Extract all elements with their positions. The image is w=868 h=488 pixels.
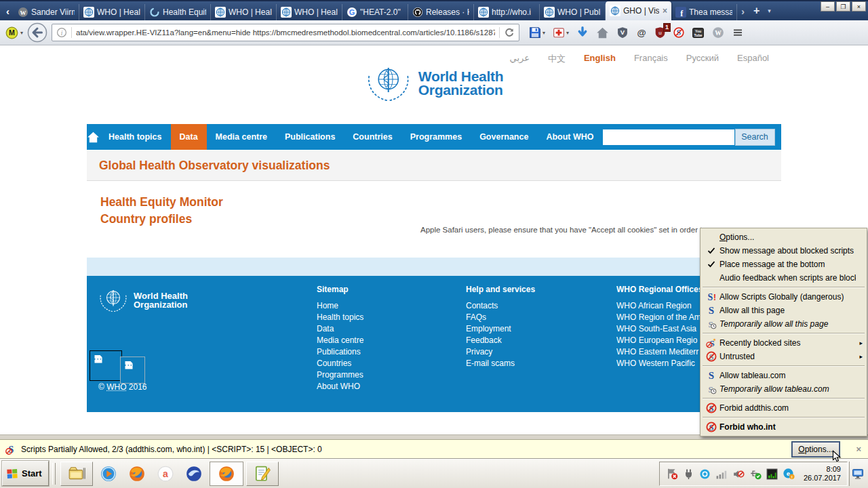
eset-icon[interactable]: e!: [783, 468, 795, 480]
menu-item-temporarily-allow-all-this-page[interactable]: STemporarily allow all this page: [701, 317, 866, 331]
tab-list-caret-icon[interactable]: ▾: [764, 7, 774, 14]
taskbar-grip[interactable]: [52, 463, 56, 485]
dropdown-caret-icon[interactable]: ▾: [542, 30, 545, 36]
footer-link-about-who[interactable]: About WHO: [317, 381, 363, 392]
tab-releases-h[interactable]: Releases · H: [408, 4, 474, 20]
footer-link-data[interactable]: Data: [317, 323, 363, 335]
hamburger-button[interactable]: [732, 27, 744, 38]
language-item[interactable]: Русский: [686, 53, 719, 65]
footer-link-contacts[interactable]: Contacts: [466, 300, 535, 312]
nav-item-media-centre[interactable]: Media centre: [207, 124, 276, 150]
taskbar-addthis-button[interactable]: a: [151, 462, 180, 486]
search-input[interactable]: [603, 129, 734, 145]
footer-link-home[interactable]: Home: [317, 300, 363, 312]
menu-item-forbid-who-int[interactable]: SForbid who.int: [701, 420, 866, 434]
nav-item-about-who[interactable]: About WHO: [537, 124, 602, 150]
privacy-shield-button[interactable]: V: [616, 26, 629, 39]
site-info-icon[interactable]: i: [56, 27, 67, 38]
restore-button[interactable]: ❐: [836, 1, 850, 12]
menu-item-allow-all-this-page[interactable]: SAllow all this page: [701, 304, 866, 317]
youtube-button[interactable]: YouTube: [692, 27, 705, 39]
download-arrow-button[interactable]: [576, 26, 589, 39]
dropdown-caret-icon[interactable]: ▾: [566, 30, 569, 36]
medkit-button[interactable]: ▾: [553, 26, 569, 39]
tab-who-heal[interactable]: WHO | Heal: [211, 4, 277, 20]
home-button[interactable]: [596, 26, 609, 39]
footer-link-countries[interactable]: Countries: [317, 358, 363, 369]
noscript-status-icon[interactable]: S: [5, 444, 16, 455]
search-button[interactable]: Search: [735, 129, 775, 146]
menu-item-temporarily-allow-tableau-com[interactable]: STemporarily allow tableau.com: [701, 382, 866, 396]
who-copyright-link[interactable]: WHO: [106, 382, 126, 392]
action-flag-icon[interactable]: [666, 468, 678, 480]
tab-heat-2-0[interactable]: G"HEAT-2.0": [342, 4, 408, 20]
footer-link-media-centre[interactable]: Media centre: [317, 335, 363, 346]
minimize-button[interactable]: –: [821, 1, 835, 12]
new-tab-button[interactable]: +: [749, 5, 764, 17]
language-espa-ol[interactable]: Español: [737, 53, 769, 65]
tab-who-healt[interactable]: WHO | Healt: [277, 4, 342, 20]
w-circle-button[interactable]: W: [712, 26, 724, 39]
nav-home-button[interactable]: [87, 124, 100, 150]
network-signal-icon[interactable]: [715, 468, 728, 480]
taskbar-wmp-button[interactable]: [94, 462, 123, 486]
back-button[interactable]: [27, 22, 47, 43]
taskbar-notepadpp-button[interactable]: [246, 462, 279, 486]
nav-item-countries[interactable]: Countries: [344, 124, 401, 150]
ublock-shield-button[interactable]: u1: [654, 26, 666, 39]
power-plug-icon[interactable]: [683, 468, 694, 480]
menu-item-audio-feedback-when-scripts-are-blocked[interactable]: Audio feedback when scripts are blocked: [701, 271, 866, 285]
nav-item-programmes[interactable]: Programmes: [401, 124, 471, 150]
tab-health-equit[interactable]: Health Equit: [145, 4, 211, 20]
taskbar-thunderbird-button[interactable]: [180, 462, 208, 486]
footer-link-programmes[interactable]: Programmes: [317, 369, 363, 381]
nav-item-governance[interactable]: Governance: [471, 124, 537, 150]
language-fran-ais[interactable]: Français: [634, 53, 668, 65]
close-button[interactable]: ×: [852, 1, 866, 12]
menu-item-forbid-addthis-com[interactable]: SForbid addthis.com: [701, 401, 866, 415]
tab-sander-viirm[interactable]: WSander Viirm: [14, 4, 79, 20]
taskbar-firefox-button[interactable]: [123, 462, 151, 486]
footer-link-publications[interactable]: Publications: [317, 346, 363, 358]
blue-dot-icon[interactable]: [699, 468, 711, 480]
nav-item-publications[interactable]: Publications: [276, 124, 344, 150]
tab-http-who-i[interactable]: http://who.i: [474, 4, 540, 20]
taskbar-firefox-button[interactable]: [210, 462, 243, 486]
menu-item-allow-scripts-globally-dangerous[interactable]: S!Allow Scripts Globally (dangerous): [701, 290, 866, 304]
reload-icon[interactable]: [504, 27, 515, 38]
activity-monitor-icon[interactable]: [766, 468, 778, 480]
tab-thea-messag[interactable]: fThea messag: [671, 4, 737, 20]
url-text[interactable]: ata/view.wrapper.HE-VIZ11a?lang=en&menu=…: [76, 28, 495, 37]
save-button[interactable]: ▾: [529, 26, 545, 39]
address-bar[interactable]: i ata/view.wrapper.HE-VIZ11a?lang=en&men…: [52, 24, 519, 41]
tab-scroll-left-icon[interactable]: ‹: [2, 5, 14, 17]
menu-item-allow-tableau-com[interactable]: SAllow tableau.com: [701, 369, 866, 382]
nav-item-health-topics[interactable]: Health topics: [100, 124, 171, 150]
language-item[interactable]: 中文: [548, 53, 566, 65]
show-desktop-button[interactable]: [849, 462, 866, 486]
menu-item-show-message-about-blocked-scripts[interactable]: Show message about blocked scripts: [701, 244, 866, 258]
footer-link-privacy[interactable]: Privacy: [466, 346, 535, 358]
noscript-button[interactable]: S: [673, 27, 684, 38]
tab-scroll-right-icon[interactable]: ›: [737, 5, 749, 17]
footer-link-feedback[interactable]: Feedback: [466, 335, 535, 346]
usb-eject-icon[interactable]: [749, 468, 762, 480]
options-button[interactable]: Options...: [792, 442, 840, 457]
language-item[interactable]: عربي: [510, 53, 530, 65]
menu-item-recently-blocked-sites[interactable]: S✶Recently blocked sites▸: [701, 336, 866, 350]
footer-link-faqs[interactable]: FAQs: [466, 312, 535, 323]
menu-item-place-message-at-the-bottom[interactable]: Place message at the bottom: [701, 258, 866, 271]
menu-item-untrusted[interactable]: SUntrusted▸: [701, 350, 866, 363]
clip-button[interactable]: @: [636, 27, 647, 38]
footer-link-health-topics[interactable]: Health topics: [317, 312, 363, 323]
footer-link-e-mail-scams[interactable]: E-mail scams: [466, 358, 535, 369]
nav-item-data[interactable]: Data: [171, 124, 207, 150]
tab-gho-vis[interactable]: GHO | Vis×: [606, 1, 671, 20]
tab-close-icon[interactable]: ×: [662, 6, 667, 16]
language-english[interactable]: English: [584, 53, 616, 65]
notification-close-icon[interactable]: ×: [856, 444, 861, 454]
mcafee-button[interactable]: M▾: [5, 26, 23, 39]
taskbar-explorer-button[interactable]: [60, 462, 93, 486]
footer-link-employment[interactable]: Employment: [466, 323, 535, 335]
tab-who-publi[interactable]: WHO | Publi: [540, 4, 606, 20]
